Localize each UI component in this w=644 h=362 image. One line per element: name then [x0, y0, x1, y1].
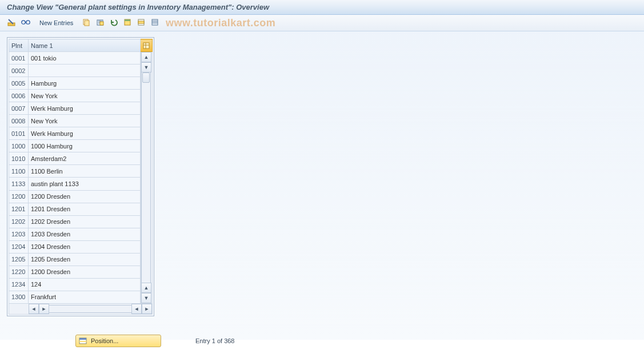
new-entries-button[interactable]: New Entries	[34, 17, 78, 29]
cell-plnt[interactable]: 1100	[9, 165, 29, 178]
table-row[interactable]: 12201200 Dresden	[9, 266, 153, 278]
scroll-down-button[interactable]: ▼	[141, 293, 151, 303]
scroll-up-button[interactable]: ▲	[141, 52, 151, 62]
cell-name[interactable]: Hamburg	[29, 77, 141, 90]
vertical-scrollbar-cell: ▲▼▲▼	[141, 52, 153, 304]
cell-name[interactable]: Werk Hamburg	[29, 102, 141, 115]
cell-name[interactable]: 001 tokio	[29, 52, 141, 65]
svg-rect-10	[100, 22, 103, 25]
cell-plnt[interactable]: 1205	[9, 253, 29, 266]
cell-plnt[interactable]: 1300	[9, 291, 29, 303]
cell-plnt[interactable]: 1202	[9, 215, 29, 228]
table-row[interactable]: 1010Amsterdam2	[9, 152, 153, 165]
vscroll-track[interactable]	[141, 73, 151, 283]
table-row[interactable]: 0007Werk Hamburg	[9, 102, 153, 115]
position-icon	[78, 336, 87, 345]
cell-name[interactable]: 1202 Dresden	[29, 215, 141, 228]
new-entries-label: New Entries	[39, 19, 73, 26]
toggle-detail-button[interactable]	[6, 17, 17, 29]
page-title: Change View "General plant settings in I…	[7, 3, 637, 11]
position-button[interactable]: Position...	[75, 335, 161, 347]
cell-plnt[interactable]: 0005	[9, 77, 29, 90]
cell-plnt[interactable]: 0006	[9, 90, 29, 102]
cell-plnt[interactable]: 1201	[9, 203, 29, 215]
scroll-left-end-button[interactable]: ◄	[131, 304, 142, 314]
svg-rect-22	[79, 338, 86, 340]
table-row[interactable]: 1133austin plant 1133	[9, 178, 153, 190]
scroll-right-step-button[interactable]: ►	[39, 304, 49, 314]
cell-name[interactable]: Amsterdam2	[29, 152, 141, 165]
svg-point-3	[26, 20, 30, 23]
cell-plnt[interactable]: 0002	[9, 65, 29, 77]
table-row[interactable]: 12001200 Dresden	[9, 190, 153, 203]
undo-icon	[110, 18, 118, 28]
table-row[interactable]: 12031203 Dresden	[9, 228, 153, 240]
undo-button[interactable]	[108, 17, 119, 29]
table-row[interactable]: 11001100 Berlin	[9, 165, 153, 178]
cell-name[interactable]: 1205 Dresden	[29, 253, 141, 266]
copy-button[interactable]	[81, 17, 92, 29]
table-row[interactable]: 0005Hamburg	[9, 77, 153, 90]
cell-name[interactable]: austin plant 1133	[29, 178, 141, 190]
cell-plnt[interactable]: 1010	[9, 152, 29, 165]
table-row[interactable]: 0002	[9, 65, 153, 77]
table-row[interactable]: 0101Werk Hamburg	[9, 127, 153, 140]
cell-name[interactable]	[29, 65, 141, 77]
cell-name[interactable]: 1000 Hamburg	[29, 140, 141, 152]
cell-plnt[interactable]: 1203	[9, 228, 29, 240]
cell-plnt[interactable]: 1234	[9, 278, 29, 291]
scroll-down-step-button[interactable]: ▼	[141, 62, 151, 73]
find-button[interactable]	[19, 17, 32, 29]
vertical-scrollbar[interactable]: ▲▼▲▼	[141, 52, 151, 303]
table-row[interactable]: 0001001 tokio▲▼▲▼	[9, 52, 153, 65]
cell-name[interactable]: New York	[29, 90, 141, 102]
table-row[interactable]: 12011201 Dresden	[9, 203, 153, 215]
table-row[interactable]: 1300Frankfurt	[9, 291, 153, 303]
cell-plnt[interactable]: 0101	[9, 127, 29, 140]
cell-name[interactable]: 1100 Berlin	[29, 165, 141, 178]
cell-name[interactable]: 1204 Dresden	[29, 240, 141, 253]
cell-name[interactable]: New York	[29, 115, 141, 127]
scroll-right-button[interactable]: ►	[142, 304, 152, 314]
plant-table[interactable]: Plnt Name 1 0001001 tokio▲▼▲▼00020005Ham…	[9, 39, 153, 315]
delete-button[interactable]	[94, 17, 106, 29]
deselect-icon	[151, 18, 159, 28]
delete-icon	[96, 18, 104, 28]
cell-plnt[interactable]: 0007	[9, 102, 29, 115]
table-row[interactable]: 10001000 Hamburg	[9, 140, 153, 152]
scroll-left-button[interactable]: ◄	[29, 304, 39, 314]
table-row[interactable]: 12051205 Dresden	[9, 253, 153, 266]
cell-plnt[interactable]: 1220	[9, 266, 29, 278]
svg-rect-6	[85, 21, 89, 26]
cell-plnt[interactable]: 0001	[9, 52, 29, 65]
cell-plnt[interactable]: 1200	[9, 190, 29, 203]
cell-plnt[interactable]: 1000	[9, 140, 29, 152]
table-row[interactable]: 1234124	[9, 278, 153, 291]
horizontal-scrollbar[interactable]: ◄ ► ◄ ►	[9, 304, 152, 314]
cell-name[interactable]: Frankfurt	[29, 291, 141, 303]
cell-plnt[interactable]: 1133	[9, 178, 29, 190]
configure-columns-button[interactable]	[141, 39, 153, 52]
cell-name[interactable]: 1201 Dresden	[29, 203, 141, 215]
table-row[interactable]: 0006New York	[9, 90, 153, 102]
hscroll-track[interactable]	[49, 305, 131, 313]
svg-rect-15	[152, 19, 158, 25]
table-row[interactable]: 12021202 Dresden	[9, 215, 153, 228]
table-row[interactable]: 12041204 Dresden	[9, 240, 153, 253]
scroll-up-end-button[interactable]: ▲	[141, 283, 151, 293]
cell-name[interactable]: Werk Hamburg	[29, 127, 141, 140]
select-block-button[interactable]	[135, 17, 147, 29]
select-all-button[interactable]	[122, 17, 133, 29]
cell-plnt[interactable]: 1204	[9, 240, 29, 253]
cell-plnt[interactable]: 0008	[9, 115, 29, 127]
col-header-name1[interactable]: Name 1	[29, 39, 141, 52]
table-header-row: Plnt Name 1	[9, 39, 153, 52]
cell-name[interactable]: 1200 Dresden	[29, 266, 141, 278]
col-header-plnt[interactable]: Plnt	[9, 39, 29, 52]
cell-name[interactable]: 124	[29, 278, 141, 291]
table-row[interactable]: 0008New York	[9, 115, 153, 127]
cell-name[interactable]: 1200 Dresden	[29, 190, 141, 203]
cell-name[interactable]: 1203 Dresden	[29, 228, 141, 240]
vscroll-thumb[interactable]	[142, 73, 150, 83]
deselect-all-button[interactable]	[149, 17, 161, 29]
